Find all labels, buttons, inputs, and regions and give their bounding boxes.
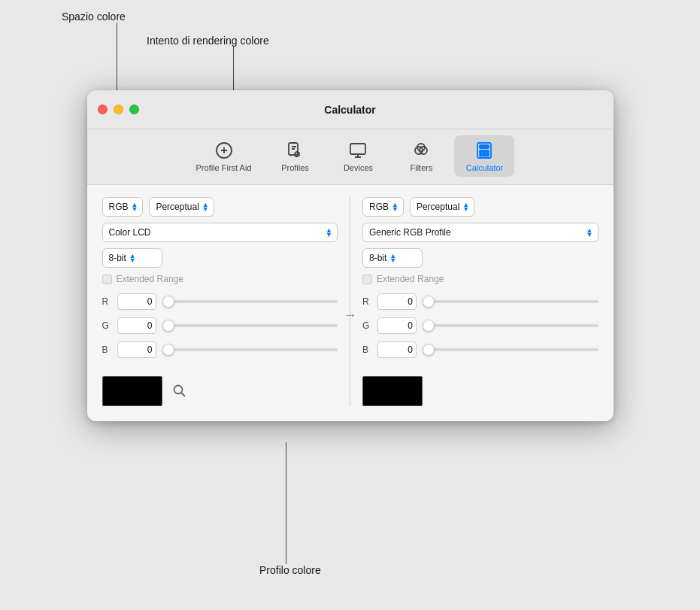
- right-bit-depth-select[interactable]: 8-bit ▲▼: [362, 248, 423, 268]
- toolbar-item-devices[interactable]: Devices: [328, 135, 388, 177]
- calculator-window: Calculator Profile First Aid: [87, 90, 614, 421]
- svg-rect-15: [486, 150, 489, 153]
- left-r-input[interactable]: [117, 293, 156, 310]
- left-bottom-row: [102, 376, 338, 406]
- right-sliders: R G: [362, 293, 598, 358]
- right-panel: RGB ▲▼ Perceptual ▲▼ Generic RGB Profile…: [362, 197, 598, 406]
- svg-rect-17: [483, 154, 486, 156]
- filters-icon: [411, 140, 432, 161]
- toolbar-label-devices: Devices: [344, 163, 373, 172]
- toolbar-label-filters: Filters: [411, 163, 433, 172]
- toolbar-item-profile-first-aid[interactable]: Profile First Aid: [186, 135, 262, 177]
- right-slider-g: G: [362, 317, 598, 334]
- right-color-space-select[interactable]: RGB ▲▼: [362, 197, 404, 217]
- left-b-input[interactable]: [117, 341, 156, 358]
- left-color-space-select[interactable]: RGB ▲▼: [102, 197, 144, 217]
- right-r-label: R: [362, 296, 371, 307]
- left-extended-range-checkbox[interactable]: [102, 275, 112, 284]
- left-b-label: B: [102, 344, 111, 355]
- left-color-space-chevrons: ▲▼: [132, 202, 138, 212]
- right-bottom-row: [362, 376, 598, 406]
- right-extended-range-checkbox[interactable]: [362, 275, 372, 284]
- toolbar-item-filters[interactable]: Filters: [391, 135, 451, 177]
- right-profile-value: Generic RGB Profile: [369, 227, 586, 238]
- content-area: RGB ▲▼ Perceptual ▲▼ Color LCD ▲▼ 8-bit …: [87, 185, 614, 421]
- left-extended-range-row: Extended Range: [102, 274, 338, 284]
- close-button[interactable]: [98, 105, 108, 114]
- right-slider-b: B: [362, 341, 598, 358]
- left-profile-chevrons: ▲▼: [326, 228, 332, 238]
- svg-rect-18: [486, 154, 489, 156]
- svg-point-19: [174, 386, 182, 394]
- document-gear-icon: [284, 140, 305, 161]
- toolbar-item-calculator[interactable]: Calculator: [454, 135, 514, 177]
- right-bit-depth-value: 8-bit: [369, 253, 386, 263]
- toolbar: Profile First Aid Profiles: [87, 129, 614, 185]
- right-r-track[interactable]: [423, 296, 598, 308]
- maximize-button[interactable]: [129, 105, 139, 114]
- plus-circle-icon: [214, 140, 235, 161]
- left-r-label: R: [102, 296, 111, 307]
- conversion-arrow: →: [344, 307, 357, 323]
- right-slider-r: R: [362, 293, 598, 310]
- right-color-space-value: RGB: [369, 202, 389, 212]
- right-bit-chevrons: ▲▼: [389, 253, 396, 263]
- svg-rect-14: [483, 150, 486, 153]
- toolbar-label-profile-first-aid: Profile First Aid: [196, 163, 252, 172]
- right-g-track[interactable]: [423, 320, 598, 332]
- toolbar-label-profiles: Profiles: [281, 163, 309, 172]
- titlebar: Calculator: [87, 90, 614, 129]
- right-g-input[interactable]: [377, 317, 417, 334]
- left-slider-r: R: [102, 293, 338, 310]
- window-controls: [98, 105, 139, 114]
- svg-line-20: [181, 393, 185, 396]
- left-top-controls: RGB ▲▼ Perceptual ▲▼: [102, 197, 338, 217]
- left-rendering-intent-select[interactable]: Perceptual ▲▼: [149, 197, 214, 217]
- right-b-input[interactable]: [377, 341, 417, 358]
- right-profile-chevrons: ▲▼: [586, 228, 593, 238]
- left-slider-b: B: [102, 341, 338, 358]
- right-b-label: B: [362, 344, 371, 355]
- svg-rect-12: [480, 145, 489, 148]
- calculator-icon: [474, 140, 495, 161]
- right-extended-range-label: Extended Range: [377, 274, 444, 284]
- right-color-swatch: [362, 376, 423, 406]
- right-top-controls: RGB ▲▼ Perceptual ▲▼: [362, 197, 598, 217]
- left-g-label: G: [102, 320, 111, 331]
- right-color-space-chevrons: ▲▼: [392, 202, 398, 212]
- left-bit-depth-select[interactable]: 8-bit ▲▼: [102, 248, 162, 268]
- toolbar-item-profiles[interactable]: Profiles: [265, 135, 325, 177]
- left-profile-value: Color LCD: [109, 227, 326, 238]
- left-r-track[interactable]: [162, 296, 338, 308]
- right-r-input[interactable]: [377, 293, 417, 310]
- left-bit-controls: 8-bit ▲▼: [102, 248, 338, 268]
- left-panel: RGB ▲▼ Perceptual ▲▼ Color LCD ▲▼ 8-bit …: [102, 197, 338, 406]
- left-color-swatch: [102, 376, 162, 406]
- magnifier-button[interactable]: [170, 381, 189, 401]
- right-rendering-chevrons: ▲▼: [462, 202, 469, 212]
- left-extended-range-label: Extended Range: [117, 274, 183, 284]
- left-sliders: R G: [102, 293, 338, 358]
- left-b-track[interactable]: [162, 344, 338, 356]
- toolbar-label-calculator: Calculator: [466, 163, 504, 172]
- left-g-input[interactable]: [117, 317, 156, 334]
- left-bit-chevrons: ▲▼: [129, 253, 136, 263]
- right-extended-range-row: Extended Range: [362, 274, 598, 284]
- right-g-label: G: [362, 320, 371, 331]
- panel-divider: [350, 197, 350, 406]
- right-rendering-intent-select[interactable]: Perceptual ▲▼: [410, 197, 474, 217]
- svg-rect-13: [480, 150, 482, 153]
- left-rendering-chevrons: ▲▼: [202, 202, 209, 212]
- left-color-space-value: RGB: [109, 202, 129, 212]
- anno-profilo-colore: Profilo colore: [259, 564, 321, 576]
- right-b-track[interactable]: [423, 344, 598, 356]
- left-g-track[interactable]: [162, 320, 338, 332]
- left-bit-depth-value: 8-bit: [109, 253, 126, 263]
- right-profile-select[interactable]: Generic RGB Profile ▲▼: [362, 223, 598, 242]
- minimize-button[interactable]: [114, 105, 123, 114]
- monitor-icon: [347, 140, 368, 161]
- anno-spazio-colore: Spazio colore: [62, 11, 126, 23]
- left-slider-g: G: [102, 317, 338, 334]
- svg-rect-16: [480, 154, 482, 156]
- left-profile-select[interactable]: Color LCD ▲▼: [102, 223, 338, 242]
